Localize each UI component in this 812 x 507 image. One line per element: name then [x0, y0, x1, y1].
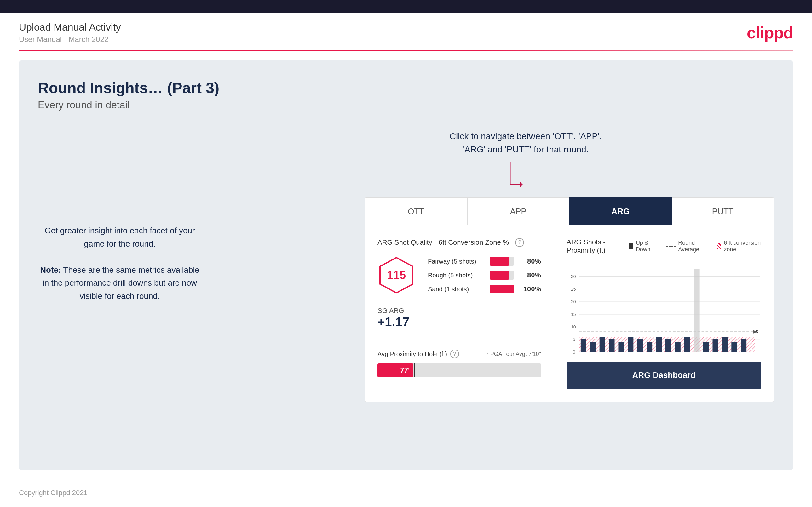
- svg-rect-39: [731, 342, 737, 352]
- header-left: Upload Manual Activity User Manual - Mar…: [19, 21, 121, 44]
- svg-rect-36: [703, 342, 709, 352]
- svg-rect-23: [581, 339, 587, 352]
- page-subtitle: User Manual - March 2022: [19, 35, 121, 44]
- svg-rect-28: [628, 337, 633, 352]
- shot-row-fairway: Fairway (5 shots) 80%: [428, 257, 541, 266]
- svg-rect-24: [590, 342, 596, 352]
- svg-rect-29: [637, 339, 643, 352]
- tabs-container: OTT APP ARG PUTT: [365, 198, 774, 225]
- svg-text:5: 5: [573, 337, 575, 342]
- proximity-bar-fill: 77': [377, 363, 413, 377]
- note-label: Note:: [40, 265, 61, 275]
- help-icon[interactable]: ?: [515, 238, 524, 247]
- legend-hatched-icon: [716, 243, 721, 249]
- fairway-pct: 80%: [519, 257, 541, 266]
- clippd-logo: clippd: [747, 23, 793, 42]
- section-header: ARG Shot Quality 6ft Conversion Zone % ?: [377, 238, 541, 247]
- right-panel: Click to navigate between 'OTT', 'APP','…: [220, 130, 774, 402]
- shot-quality-bars: Fairway (5 shots) 80% Rough (5 shots): [428, 257, 541, 293]
- footer: Copyright Clippd 2021: [0, 479, 812, 506]
- tab-putt[interactable]: PUTT: [672, 198, 774, 225]
- page-subheading: Every round in detail: [38, 99, 774, 111]
- sg-value: +1.17: [377, 315, 541, 329]
- svg-rect-32: [665, 339, 671, 352]
- note-text: These are the same metrics available in …: [43, 265, 199, 301]
- arg-dashboard-button[interactable]: ARG Dashboard: [566, 361, 761, 389]
- sg-section: SG ARG +1.17: [377, 307, 541, 329]
- copyright: Copyright Clippd 2021: [19, 489, 88, 497]
- hexagon: 115: [377, 256, 415, 294]
- rough-pct: 80%: [519, 271, 541, 279]
- left-panel: Get greater insight into each facet of y…: [38, 130, 202, 402]
- tab-app[interactable]: APP: [467, 198, 570, 225]
- svg-rect-30: [647, 342, 652, 352]
- page-title: Upload Manual Activity: [19, 21, 121, 33]
- sand-pct: 100%: [519, 285, 541, 293]
- chart-legend: Up & Down Round Average 6 ft conversion …: [628, 240, 761, 253]
- header-divider: [19, 50, 793, 51]
- proximity-title: Avg Proximity to Hole (ft) ?: [377, 349, 459, 358]
- proximity-bar-container: 77': [377, 363, 541, 377]
- card-left: ARG Shot Quality 6ft Conversion Zone % ?…: [365, 225, 554, 401]
- hexagon-value: 115: [387, 269, 406, 282]
- sand-label: Sand (1 shots): [428, 286, 485, 293]
- content-area: Get greater insight into each facet of y…: [38, 130, 774, 402]
- svg-text:25: 25: [571, 287, 576, 292]
- dashboard-card: OTT APP ARG PUTT ARG Shot Quality 6ft Co…: [365, 197, 774, 402]
- card-right: ARG Shots - Proximity (ft) Up & Down Rou…: [554, 225, 774, 401]
- svg-text:30: 30: [571, 274, 576, 279]
- shot-row-sand: Sand (1 shots) 100%: [428, 285, 541, 293]
- proximity-header: Avg Proximity to Hole (ft) ? ↑ PGA Tour …: [377, 349, 541, 358]
- navigation-hint: Click to navigate between 'OTT', 'APP','…: [450, 130, 602, 156]
- fairway-bar: [490, 257, 514, 266]
- arg-shot-quality-title: ARG Shot Quality: [377, 238, 432, 246]
- svg-rect-26: [609, 339, 615, 352]
- tab-arg[interactable]: ARG: [569, 198, 672, 225]
- cursor-line: [414, 363, 415, 377]
- legend-up-down: Up & Down: [628, 240, 657, 253]
- svg-text:15: 15: [571, 312, 576, 317]
- svg-rect-35: [694, 269, 700, 352]
- legend-dashed-icon: [666, 246, 676, 247]
- annotation-box: Get greater insight into each facet of y…: [38, 224, 202, 303]
- conversion-zone-label: 6ft Conversion Zone %: [439, 238, 509, 246]
- svg-rect-31: [656, 337, 662, 352]
- proximity-value: 77': [400, 366, 410, 375]
- top-bar: [0, 0, 812, 13]
- annotation-text: Get greater insight into each facet of y…: [45, 226, 195, 248]
- chart-area: 0 5 10 15 20 25 30: [566, 261, 761, 355]
- proximity-help-icon[interactable]: ?: [450, 349, 459, 358]
- fairway-label: Fairway (5 shots): [428, 258, 485, 265]
- svg-rect-37: [713, 339, 718, 352]
- proximity-avg: ↑ PGA Tour Avg: 7'10": [486, 351, 541, 357]
- svg-rect-34: [684, 337, 690, 352]
- header: Upload Manual Activity User Manual - Mar…: [0, 13, 812, 50]
- svg-text:10: 10: [571, 324, 576, 329]
- svg-rect-25: [600, 337, 605, 352]
- svg-rect-27: [618, 342, 624, 352]
- navigation-arrow: [498, 163, 523, 194]
- svg-text:20: 20: [571, 299, 576, 304]
- svg-marker-2: [520, 181, 523, 188]
- svg-rect-40: [741, 339, 747, 352]
- legend-conversion-zone: 6 ft conversion zone: [716, 240, 761, 253]
- legend-square-icon: [628, 243, 633, 249]
- card-body: ARG Shot Quality 6ft Conversion Zone % ?…: [365, 225, 774, 401]
- proximity-section: Avg Proximity to Hole (ft) ? ↑ PGA Tour …: [377, 342, 541, 377]
- rough-label: Rough (5 shots): [428, 272, 485, 279]
- chart-header: ARG Shots - Proximity (ft) Up & Down Rou…: [566, 238, 761, 255]
- rough-bar: [490, 271, 514, 280]
- svg-rect-38: [722, 337, 727, 352]
- main-content: Round Insights… (Part 3) Every round in …: [19, 60, 793, 470]
- sg-label: SG ARG: [377, 307, 541, 315]
- tab-ott[interactable]: OTT: [365, 198, 467, 225]
- shot-row-rough: Rough (5 shots) 80%: [428, 271, 541, 280]
- page-heading: Round Insights… (Part 3): [38, 79, 774, 97]
- legend-round-avg: Round Average: [666, 240, 707, 253]
- svg-text:0: 0: [573, 349, 575, 354]
- chart-svg: 0 5 10 15 20 25 30: [566, 261, 761, 355]
- svg-rect-33: [675, 342, 680, 352]
- chart-title: ARG Shots - Proximity (ft): [566, 238, 628, 255]
- hexagon-score-area: 115 Fairway (5 shots) 80%: [377, 256, 541, 294]
- sand-bar: [490, 285, 514, 293]
